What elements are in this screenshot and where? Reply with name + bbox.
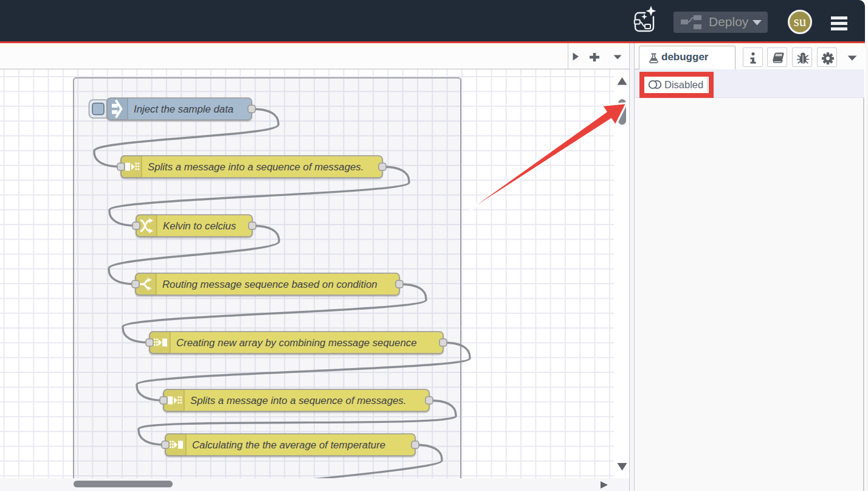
svg-text:Creating new array by combinin: Creating new array by combining message …	[176, 337, 417, 349]
svg-text:Inject the sample data: Inject the sample data	[134, 103, 233, 115]
svg-text:Splits a message into a sequen: Splits a message into a sequence of mess…	[148, 161, 363, 173]
svg-text:Calculating the the average of: Calculating the the average of temperatu…	[192, 439, 385, 451]
svg-text:Splits a message into a sequen: Splits a message into a sequence of mess…	[190, 395, 406, 406]
svg-text:Kelvin to celcius: Kelvin to celcius	[163, 220, 236, 232]
svg-text:Routing message sequence based: Routing message sequence based on condit…	[162, 279, 377, 290]
